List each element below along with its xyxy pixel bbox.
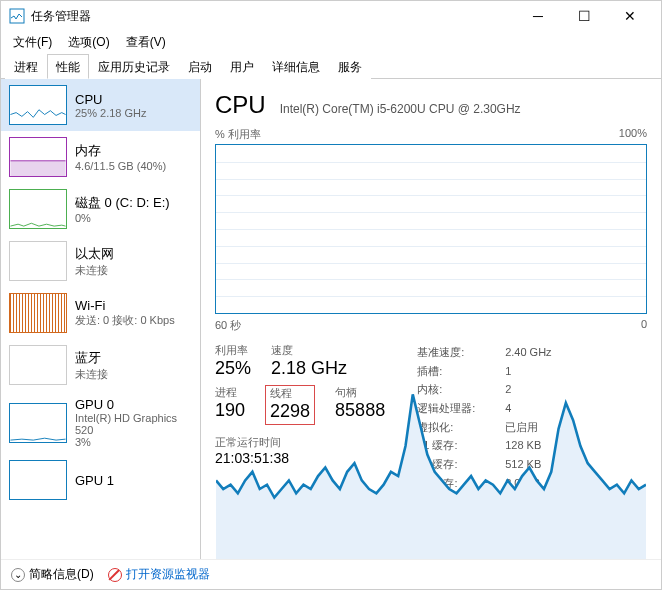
menu-view[interactable]: 查看(V) xyxy=(120,32,172,53)
tab-performance[interactable]: 性能 xyxy=(47,54,89,79)
sidebar-cpu-title: CPU xyxy=(75,92,147,107)
graph-label-topleft: % 利用率 xyxy=(215,127,261,142)
svg-marker-3 xyxy=(216,394,646,559)
sidebar-item-wifi[interactable]: Wi-Fi 发送: 0 接收: 0 Kbps xyxy=(1,287,200,339)
footer: ⌄ 简略信息(D) 打开资源监视器 xyxy=(1,559,661,589)
app-icon xyxy=(9,8,25,24)
sidebar-gpu0-title: GPU 0 xyxy=(75,397,192,412)
sidebar-bt-title: 蓝牙 xyxy=(75,349,108,367)
tab-users[interactable]: 用户 xyxy=(221,54,263,79)
brief-info-button[interactable]: ⌄ 简略信息(D) xyxy=(11,566,94,583)
sidebar-gpu0-sub: Intel(R) HD Graphics 520 3% xyxy=(75,412,192,448)
sidebar: CPU 25% 2.18 GHz 内存 4.6/11.5 GB (40%) 磁盘… xyxy=(1,79,201,559)
resource-monitor-icon xyxy=(108,568,122,582)
menu-options[interactable]: 选项(O) xyxy=(62,32,115,53)
sidebar-item-ethernet[interactable]: 以太网 未连接 xyxy=(1,235,200,287)
sidebar-item-gpu1[interactable]: GPU 1 xyxy=(1,454,200,506)
memory-thumb-icon xyxy=(9,137,67,177)
open-resource-monitor-link[interactable]: 打开资源监视器 xyxy=(108,566,210,583)
tab-startup[interactable]: 启动 xyxy=(179,54,221,79)
sidebar-memory-title: 内存 xyxy=(75,142,166,160)
sidebar-eth-sub: 未连接 xyxy=(75,263,114,278)
ethernet-thumb-icon xyxy=(9,241,67,281)
svg-rect-1 xyxy=(10,161,65,176)
sidebar-item-bluetooth[interactable]: 蓝牙 未连接 xyxy=(1,339,200,391)
sidebar-disk-title: 磁盘 0 (C: D: E:) xyxy=(75,194,170,212)
gpu1-thumb-icon xyxy=(9,460,67,500)
sidebar-item-disk0[interactable]: 磁盘 0 (C: D: E:) 0% xyxy=(1,183,200,235)
sidebar-memory-sub: 4.6/11.5 GB (40%) xyxy=(75,160,166,172)
window-controls: ─ ☐ ✕ xyxy=(515,1,653,31)
svg-rect-0 xyxy=(10,9,24,23)
close-button[interactable]: ✕ xyxy=(607,1,653,31)
gpu0-thumb-icon xyxy=(9,403,67,443)
cpu-usage-graph xyxy=(215,144,647,314)
tab-processes[interactable]: 进程 xyxy=(5,54,47,79)
sidebar-item-memory[interactable]: 内存 4.6/11.5 GB (40%) xyxy=(1,131,200,183)
sidebar-bt-sub: 未连接 xyxy=(75,367,108,382)
sidebar-wifi-sub: 发送: 0 接收: 0 Kbps xyxy=(75,313,175,328)
minimize-button[interactable]: ─ xyxy=(515,1,561,31)
chevron-down-icon: ⌄ xyxy=(11,568,25,582)
sidebar-eth-title: 以太网 xyxy=(75,245,114,263)
window-title: 任务管理器 xyxy=(31,8,515,25)
tab-details[interactable]: 详细信息 xyxy=(263,54,329,79)
sidebar-item-cpu[interactable]: CPU 25% 2.18 GHz xyxy=(1,79,200,131)
sidebar-wifi-title: Wi-Fi xyxy=(75,298,175,313)
detail-heading: CPU xyxy=(215,91,266,119)
sidebar-disk-sub: 0% xyxy=(75,212,170,224)
detail-pane: CPU Intel(R) Core(TM) i5-6200U CPU @ 2.3… xyxy=(201,79,661,559)
sidebar-item-gpu0[interactable]: GPU 0 Intel(R) HD Graphics 520 3% xyxy=(1,391,200,454)
menu-bar: 文件(F) 选项(O) 查看(V) xyxy=(1,31,661,53)
bluetooth-thumb-icon xyxy=(9,345,67,385)
maximize-button[interactable]: ☐ xyxy=(561,1,607,31)
cpu-model: Intel(R) Core(TM) i5-6200U CPU @ 2.30GHz xyxy=(280,102,521,116)
disk-thumb-icon xyxy=(9,189,67,229)
tab-strip: 进程 性能 应用历史记录 启动 用户 详细信息 服务 xyxy=(1,53,661,79)
sidebar-cpu-sub: 25% 2.18 GHz xyxy=(75,107,147,119)
sidebar-gpu1-title: GPU 1 xyxy=(75,473,114,488)
cpu-thumb-icon xyxy=(9,85,67,125)
menu-file[interactable]: 文件(F) xyxy=(7,32,58,53)
graph-label-topright: 100% xyxy=(619,127,647,142)
tab-services[interactable]: 服务 xyxy=(329,54,371,79)
tab-app-history[interactable]: 应用历史记录 xyxy=(89,54,179,79)
title-bar: 任务管理器 ─ ☐ ✕ xyxy=(1,1,661,31)
wifi-thumb-icon xyxy=(9,293,67,333)
